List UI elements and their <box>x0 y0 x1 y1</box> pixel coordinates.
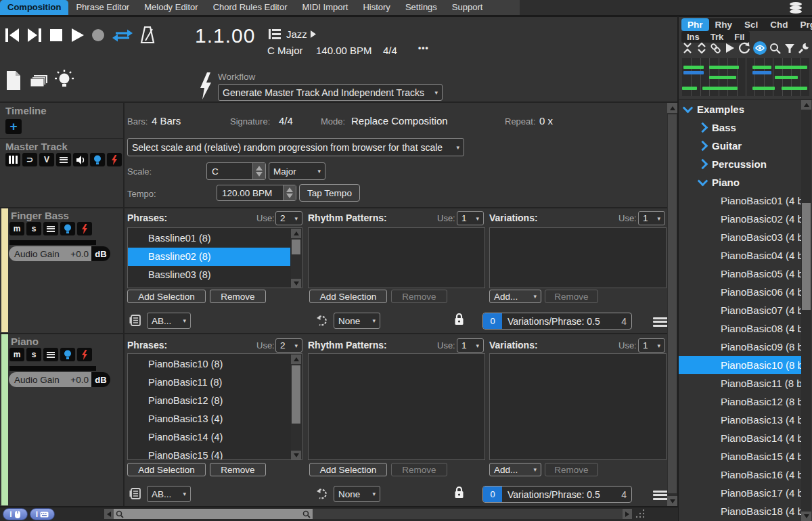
rhythm-patterns-list[interactable] <box>308 227 485 288</box>
scroll-up-button[interactable] <box>291 229 301 238</box>
scroll-down-button[interactable] <box>291 451 301 460</box>
bpm-display[interactable]: 140.00 BPM <box>316 45 372 56</box>
menu-tab-composition[interactable]: Composition <box>0 0 68 15</box>
variations-remove-button[interactable]: Remove <box>545 290 598 303</box>
stop-button[interactable] <box>49 26 64 44</box>
tree-item-pianobasic07-4-be[interactable]: PianoBasic07 (4 be <box>679 301 801 319</box>
phrase-order-dropdown[interactable]: AB... ▾ <box>147 313 191 329</box>
scrollbar-thumb[interactable] <box>292 365 300 424</box>
browser-tab-prg[interactable]: Prg <box>794 18 812 31</box>
rhythm-remove-button[interactable]: Remove <box>391 463 447 476</box>
key-display[interactable]: C Major <box>267 45 303 56</box>
play-button[interactable] <box>70 26 85 44</box>
phrase-list-item-pianobasic15-4[interactable]: PianoBasic15 (4) <box>128 447 290 460</box>
scrollbar-thumb[interactable] <box>668 114 677 493</box>
phrase-order-dropdown[interactable]: AB... ▾ <box>147 486 191 502</box>
link-icon[interactable] <box>710 43 721 54</box>
tree-item-pianobasic15-4-be[interactable]: PianoBasic15 (4 be <box>679 447 801 466</box>
variations-remove-button[interactable]: Remove <box>545 463 598 476</box>
track-panel-menu-icon[interactable] <box>653 315 668 328</box>
phrases-remove-button[interactable]: Remove <box>210 463 266 476</box>
menu-tab-history[interactable]: History <box>355 0 397 15</box>
mute-button[interactable]: m <box>9 348 24 361</box>
actions-bolt-icon[interactable] <box>77 222 92 235</box>
chevron-right-icon[interactable] <box>698 159 708 170</box>
phrase-list-item-pianobasic13-4[interactable]: PianoBasic13 (4) <box>128 410 290 428</box>
mute-button[interactable]: m <box>9 222 24 235</box>
tree-item-pianobasic06-4-be[interactable]: PianoBasic06 (4 be <box>679 283 801 301</box>
ideas-lightbulb-icon[interactable] <box>60 222 75 235</box>
chevron-right-icon[interactable] <box>698 141 708 152</box>
tempo-spinner[interactable]: 120.00 BPM <box>217 185 296 201</box>
track-color-strip[interactable] <box>1 208 8 332</box>
compositions-icon[interactable] <box>30 74 49 89</box>
phrases-use-dropdown[interactable]: 2 ▾ <box>275 338 302 353</box>
hscrollbar-thumb[interactable] <box>114 509 313 519</box>
info-mouse-button[interactable]: i <box>3 508 28 520</box>
browser-tab-chd[interactable]: Chd <box>764 18 794 31</box>
zoom-handle-icon[interactable] <box>116 510 124 518</box>
piano-roll-icon[interactable] <box>5 153 20 166</box>
scroll-down-button[interactable] <box>667 496 677 506</box>
actions-bolt-icon[interactable] <box>77 348 92 361</box>
audio-gain-control[interactable]: Audio Gain +0.0 dB <box>9 372 110 387</box>
style-name[interactable]: Jazz <box>286 28 307 40</box>
signature-value[interactable]: 4/4 <box>279 115 293 127</box>
rhythm-add-selection-button[interactable]: Add Selection <box>309 463 387 476</box>
phrase-list-item-pianobasic14-4[interactable]: PianoBasic14 (4) <box>128 428 290 447</box>
scroll-up-button[interactable] <box>801 100 811 110</box>
workflow-dropdown[interactable]: Generate Master Track And Independent Tr… <box>218 84 443 101</box>
refresh-icon[interactable] <box>738 42 750 54</box>
variations-list[interactable] <box>489 353 667 460</box>
menu-tab-midi-import[interactable]: MIDI Import <box>295 0 356 15</box>
tree-item-pianobasic17-4-be[interactable]: PianoBasic17 (4 be <box>679 484 801 502</box>
variations-use-dropdown[interactable]: 1 ▾ <box>638 338 665 353</box>
resize-grip-icon[interactable] <box>635 508 646 519</box>
menu-tab-settings[interactable]: Settings <box>398 0 445 15</box>
phrase-list-item-bassline03-8[interactable]: Bassline03 (8) <box>128 266 290 284</box>
tree-group-percussion[interactable]: Percussion <box>679 155 801 173</box>
loop-button[interactable] <box>112 26 133 44</box>
scroll-down-button[interactable] <box>801 512 811 521</box>
scale-root-spinner[interactable]: C <box>206 162 266 180</box>
rhythm-remove-button[interactable]: Remove <box>391 290 447 303</box>
tree-item-pianobasic08-4-be[interactable]: PianoBasic08 (4 be <box>679 319 801 338</box>
track-name[interactable]: Piano <box>11 336 39 347</box>
list-icon[interactable] <box>43 348 58 361</box>
rhythm-use-dropdown[interactable]: 1 ▾ <box>457 338 484 353</box>
track-color-strip[interactable] <box>1 334 8 505</box>
actions-bolt-icon[interactable] <box>107 153 122 166</box>
tree-item-pianobasic04-4-be[interactable]: PianoBasic04 (4 be <box>679 246 801 265</box>
lock-icon[interactable] <box>454 486 464 499</box>
tree-group-examples[interactable]: Examples <box>679 100 801 118</box>
variations-per-phrase-slider[interactable]: 0 Variations/Phrase: 0.5 4 <box>482 313 632 330</box>
tree-item-pianobasic16-4-be[interactable]: PianoBasic16 (4 be <box>679 466 801 484</box>
spinner-arrows-icon[interactable] <box>283 185 296 200</box>
ideas-lightbulb-icon[interactable] <box>90 153 105 166</box>
collapse-icon[interactable] <box>682 43 693 53</box>
scroll-down-button[interactable] <box>291 279 301 288</box>
list-scrollbar[interactable] <box>291 229 301 288</box>
track-panel-menu-icon[interactable] <box>653 489 668 501</box>
rhythm-use-dropdown[interactable]: 1 ▾ <box>457 211 484 225</box>
phrase-preview[interactable] <box>682 58 809 96</box>
main-scrollbar[interactable] <box>667 103 677 506</box>
phrases-list[interactable]: PianoBasic10 (8)PianoBasic11 (8)PianoBas… <box>127 353 302 460</box>
hscroll-left-button[interactable] <box>104 509 114 519</box>
rhythm-repeat-dropdown[interactable]: None ▾ <box>334 486 380 502</box>
style-expand-icon[interactable] <box>310 30 317 39</box>
rhythm-add-selection-button[interactable]: Add Selection <box>309 290 387 303</box>
chevron-right-icon[interactable] <box>698 122 708 133</box>
phrase-list-item-pianobasic11-8[interactable]: PianoBasic11 (8) <box>128 373 290 392</box>
tree-group-piano[interactable]: Piano <box>679 173 801 191</box>
tree-item-pianobasic18-4-be[interactable]: PianoBasic18 (4 be <box>679 502 801 520</box>
tree-item-pianobasic02-4-be[interactable]: PianoBasic02 (4 be <box>679 210 801 228</box>
phrase-list-item-bassline02-8[interactable]: Bassline02 (8) <box>128 248 290 266</box>
list-icon[interactable] <box>43 222 58 235</box>
more-options-button[interactable]: ••• <box>418 43 429 53</box>
menu-tab-support[interactable]: Support <box>445 0 491 15</box>
chevron-down-icon[interactable] <box>698 176 708 187</box>
tap-tempo-button[interactable]: Tap Tempo <box>299 184 360 202</box>
phrases-remove-button[interactable]: Remove <box>210 290 266 303</box>
variations-per-phrase-slider[interactable]: 0 Variations/Phrase: 0.5 4 <box>482 486 632 503</box>
